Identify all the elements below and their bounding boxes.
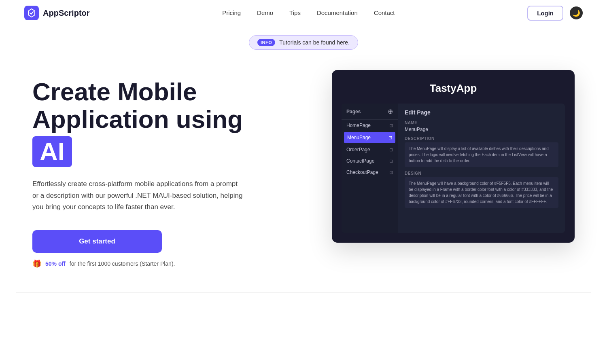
hero-title: Create Mobile Application using [32,78,243,133]
page-label-menupage: MenuPage [347,135,371,140]
info-badge: INFO [257,39,275,46]
hero-title-line1: Create Mobile [32,78,197,106]
info-banner: INFO Tutorials can be found here. [0,35,607,50]
get-started-button[interactable]: Get started [32,230,162,253]
screenshot-app-title: TastyApp [342,82,565,95]
page-icon-homepage: ⊡ [389,123,393,128]
page-label-contactpage: ContactPage [346,158,374,164]
page-icon-contactpage: ⊡ [389,159,393,164]
page-label-checkoutpage: CheckoutPage [346,169,378,175]
design-field-value: The MenuPage will have a background colo… [405,177,558,208]
hero-ai-badge: AI [32,136,72,167]
info-message: Tutorials can be found here. [279,39,350,46]
nav-documentation[interactable]: Documentation [317,9,358,16]
gift-icon: 🎁 [32,259,41,268]
login-button[interactable]: Login [527,6,563,21]
page-icon-checkoutpage: ⊡ [389,170,393,175]
logo-link[interactable]: AppScriptor [24,6,90,20]
pages-header-label: Pages [346,109,361,114]
name-field-value: MenuPage [405,127,558,132]
pages-panel-header: Pages ⊕ [342,104,398,120]
info-pill[interactable]: INFO Tutorials can be found here. [249,35,358,50]
nav-contact[interactable]: Contact [374,9,395,16]
pages-add-icon[interactable]: ⊕ [388,108,393,115]
hero-screenshot-area: TastyApp Pages ⊕ HomePage ⊡ MenuPage ⊡ [324,70,575,243]
page-item-checkoutpage[interactable]: CheckoutPage ⊡ [342,167,398,178]
hero-description: Effortlessly create cross-platform mobil… [32,178,243,214]
nav-right: Login 🌙 [527,6,583,21]
name-field-label: Name [405,121,558,125]
page-item-orderpage[interactable]: OrderPage ⊡ [342,144,398,155]
logo-icon [24,6,39,20]
promo-row: 🎁 50% off for the first 1000 customers (… [32,259,243,268]
page-icon-orderpage: ⊡ [389,147,393,152]
screenshot-body: Pages ⊕ HomePage ⊡ MenuPage ⊡ OrderPage … [342,104,565,233]
description-field-label: Description [405,136,558,141]
edit-panel-title: Edit Page [405,109,558,116]
nav-pricing[interactable]: Pricing [222,9,241,16]
design-field-label: Design [405,171,558,176]
app-screenshot: TastyApp Pages ⊕ HomePage ⊡ MenuPage ⊡ [332,70,575,243]
page-item-menupage[interactable]: MenuPage ⊡ [344,132,395,143]
page-label-orderpage: OrderPage [346,147,370,152]
nav-tips[interactable]: Tips [289,9,301,16]
promo-highlight: 50% off [45,260,66,267]
pages-panel: Pages ⊕ HomePage ⊡ MenuPage ⊡ OrderPage … [342,104,398,233]
nav-links: Pricing Demo Tips Documentation Contact [222,9,395,17]
nav-demo[interactable]: Demo [257,9,273,16]
hero-title-line2: Application using [32,105,243,133]
theme-toggle-button[interactable]: 🌙 [570,6,583,19]
logo-text: AppScriptor [43,8,90,18]
hero-content: Create Mobile Application using AI Effor… [32,70,243,268]
page-item-contactpage[interactable]: ContactPage ⊡ [342,155,398,167]
moon-icon: 🌙 [572,9,580,17]
bottom-divider [16,292,591,293]
description-field-value: The MenuPage will display a list of avai… [405,142,558,167]
navbar: AppScriptor Pricing Demo Tips Documentat… [0,0,607,26]
svg-rect-0 [24,6,39,20]
page-item-homepage[interactable]: HomePage ⊡ [342,120,398,131]
promo-text: for the first 1000 customers (Starter Pl… [70,260,175,267]
edit-panel: Edit Page Name MenuPage Description The … [398,104,565,233]
hero-section: Create Mobile Application using AI Effor… [0,54,607,292]
page-icon-menupage: ⊡ [388,135,392,140]
page-label-homepage: HomePage [346,123,371,128]
